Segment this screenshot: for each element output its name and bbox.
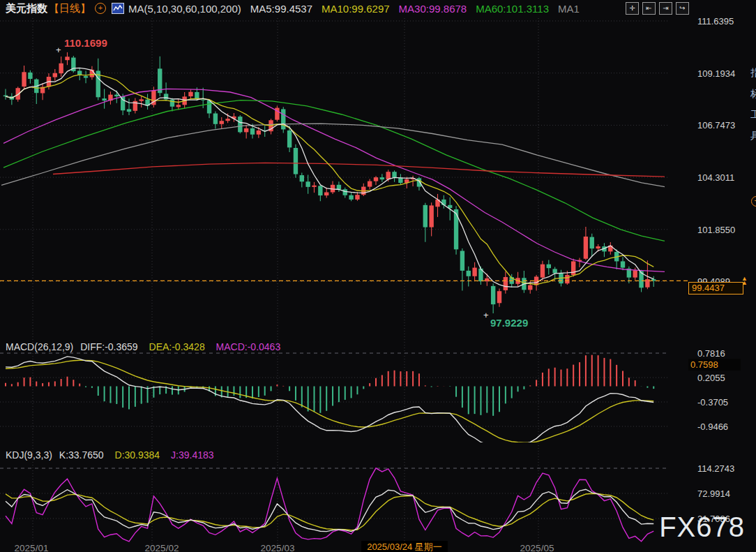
y-axis-label: 106.7473: [697, 120, 735, 130]
x-axis-label: 2025/02: [145, 543, 179, 552]
macd-axis-label: -0.9466: [697, 422, 728, 432]
low-point-marker: +: [483, 310, 489, 320]
side-toolbar-item[interactable]: 具: [750, 130, 756, 142]
macd-axis-label: -0.3705: [697, 397, 728, 408]
kdj-pane-header: KDJ(9,3,3) K:33.7650 D:30.9384 J:39.4183: [6, 449, 214, 461]
kdj-axis-label: 72.9914: [697, 488, 730, 499]
macd-dea-value: DEA:-0.3428: [149, 341, 205, 352]
indicator-style-icon[interactable]: [112, 3, 124, 14]
side-toolbar-item[interactable]: 指: [750, 67, 756, 80]
kdj-d-value: D:30.9384: [115, 449, 160, 461]
ma-readout: MA30:99.8678: [399, 3, 467, 15]
ma-readout: MA5:99.4537: [250, 3, 312, 15]
selected-date-badge: 2025/03/24 星期一: [361, 541, 448, 552]
jump-to-latest-icon[interactable]: ↪: [676, 2, 689, 15]
add-compare-icon[interactable]: +: [95, 3, 106, 14]
kdj-axis-label: 114.2743: [697, 463, 734, 474]
macd-axis-label: 0.2055: [697, 373, 725, 383]
pan-cross-icon[interactable]: ✛: [626, 2, 639, 15]
x-axis-label: 2025/03: [261, 543, 295, 552]
snap-right-icon[interactable]: ⇥: [659, 2, 672, 15]
ma-settings-label: MA(5,10,30,60,100,200): [128, 3, 241, 15]
ma-readout: MA1: [558, 3, 580, 15]
high-price-annotation: 110.1699: [64, 37, 107, 49]
period-label: 【日线】: [49, 2, 91, 15]
side-toolbar-item[interactable]: 工: [750, 109, 756, 121]
macd-axis-label: 0.7816: [697, 348, 725, 359]
ma-readout: MA10:99.6297: [322, 3, 390, 15]
chart-application: 美元指数 【日线】 + MA(5,10,30,60,100,200) MA5:9…: [0, 0, 756, 552]
kdj-j-value: J:39.4183: [171, 449, 214, 461]
y-axis-label: 104.3011: [697, 172, 734, 183]
x-axis-label: 2025/05: [520, 543, 554, 552]
snap-left-icon[interactable]: ⇤: [642, 2, 656, 15]
last-price-badge: 99.4437: [688, 282, 743, 294]
y-axis-label: 101.8550: [697, 224, 735, 234]
kdj-title: KDJ(9,3,3): [6, 449, 52, 461]
side-toolbar-item[interactable]: 标: [750, 88, 756, 100]
macd-hist-value: MACD:-0.0463: [216, 341, 281, 352]
y-axis-label: 111.6395: [697, 16, 734, 27]
chart-canvas[interactable]: [0, 0, 756, 552]
kdj-k-value: K:33.7650: [59, 449, 104, 461]
x-axis-label: 2025/01: [15, 543, 49, 552]
macd-peak-badge: 0.7598: [688, 359, 741, 371]
watermark: FX678: [659, 512, 745, 543]
chart-toolbar: ✛⇤⇥↪: [626, 2, 689, 15]
high-point-marker: +: [56, 45, 61, 55]
low-price-annotation: 97.9229: [490, 317, 528, 329]
macd-pane-header: MACD(26,12,9) DIFF:-0.3659 DEA:-0.3428 M…: [6, 341, 280, 352]
ma-readout: MA60:101.3113: [476, 3, 549, 15]
y-axis-label: 109.1934: [697, 68, 735, 78]
macd-diff-value: DIFF:-0.3659: [80, 341, 137, 352]
macd-title: MACD(26,12,9): [6, 341, 73, 352]
symbol-title: 美元指数: [6, 2, 47, 15]
ma-readouts: MA5:99.4537MA10:99.6297MA30:99.8678MA60:…: [241, 3, 580, 15]
